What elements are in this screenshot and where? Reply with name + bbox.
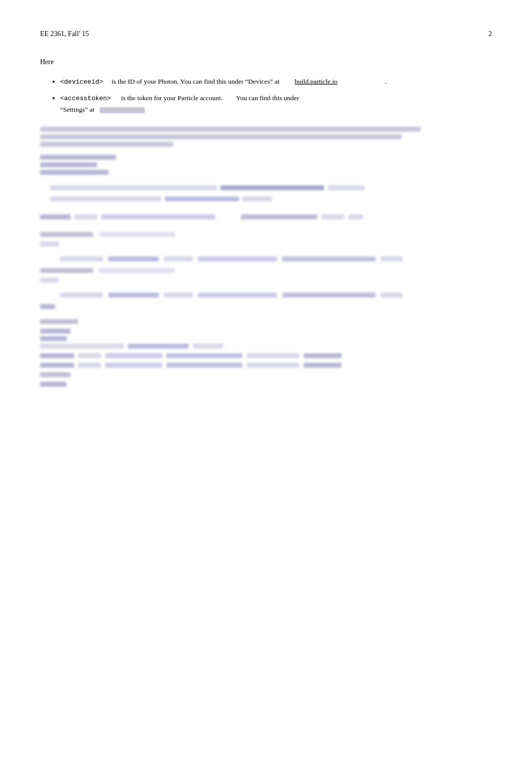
indent2-part-1b [108,293,159,298]
accesstoken-tag: <accesstoken> [60,95,111,102]
indent2-part-1e [282,293,376,298]
var-line-3 [40,170,109,175]
bracket-line [40,304,55,309]
comment-line-2b [242,196,272,201]
accesstoken-desc: is the token for your Particle account. [121,94,223,102]
comment-line-1 [50,185,217,190]
bottom-var-3 [40,336,67,341]
sec-label-3 [40,268,93,273]
section-label: Here [40,58,421,66]
find-this-under-text: You can find this under [236,94,299,102]
blurred-bottom-code [40,319,421,389]
blurred-intro-line-1 [40,127,421,132]
indent-part-1f [381,256,402,262]
sec-short [40,241,59,246]
blurred-indent-block-2 [60,293,421,300]
indent-part-1d [198,256,277,262]
comment-line-end [328,185,365,190]
single-long-1 [101,214,215,219]
single-tail-1 [321,214,344,219]
closing-bracket [40,304,421,309]
single-comment-1 [75,214,98,219]
bottom-var-2 [40,329,71,334]
bottom-end-2 [40,382,67,387]
bottom-row3-4 [166,363,242,368]
sec-label-1 [40,232,93,237]
blurred-single-line [40,214,421,222]
sec-label-4 [99,268,175,273]
bottom-combo-2 [128,344,189,349]
single-var-1 [40,214,71,219]
bottom-row3-2 [78,363,101,368]
single-hl-1 [241,214,317,219]
indent-part-1b [108,256,159,262]
deviceid-desc: is the ID of your Photon. You can find t… [112,78,280,85]
indent-part-1a [60,256,103,262]
indent2-part-1c [164,293,193,298]
redacted-link [100,107,145,113]
page-number: 2 [488,30,492,38]
deviceid-tag: <deviceeid> [60,78,103,86]
var-line-2 [40,162,97,167]
indent2-part-1d [198,293,277,298]
blurred-intro-line-2 [40,134,402,139]
bottom-row3-6 [304,363,342,368]
bottom-row2-4 [166,353,242,358]
bottom-end-1 [40,372,71,377]
bullet-accesstoken: <accesstoken> is the token for your Part… [60,93,421,115]
bottom-row2-2 [78,353,101,358]
blurred-intro-section [40,127,421,147]
bottom-row2-3 [105,353,162,358]
highlight-2 [165,196,239,201]
deviceid-link[interactable]: build.particle.io [295,78,337,85]
single-dot-1 [348,214,363,219]
sec-short-2 [40,278,59,283]
comment-line-2 [50,196,161,201]
var-line-1 [40,155,116,160]
bottom-row2-5 [246,353,300,358]
code-vars-section [40,155,421,175]
bottom-row2-1 [40,353,74,358]
bottom-combo-1 [40,344,124,349]
blurred-indent-block-1 [60,256,421,264]
blurred-section-labels-2 [40,268,421,283]
bottom-row3-3 [105,363,162,368]
bottom-row3-1 [40,363,74,368]
blurred-section-labels [40,232,421,246]
bottom-row3-5 [246,363,300,368]
indent-part-1c [164,256,193,262]
sec-label-2 [99,232,175,237]
code-comment-section [40,185,421,204]
bullet-list: <deviceeid> is the ID of your Photon. Yo… [40,76,421,115]
settings-label: “Settings” at [60,106,95,113]
indent2-part-1a [60,293,103,298]
header-course: EE 2361, Fall' 15 [40,30,89,38]
bullet-deviceid: <deviceeid> is the ID of your Photon. Yo… [60,76,421,88]
bottom-var-1 [40,319,78,324]
blurred-intro-line-3 [40,142,173,147]
indent-part-1e [282,256,376,262]
bottom-row2-6 [304,353,342,358]
bottom-combo-3 [193,344,223,349]
highlight-1 [220,185,324,190]
indent2-part-1f [381,293,402,298]
